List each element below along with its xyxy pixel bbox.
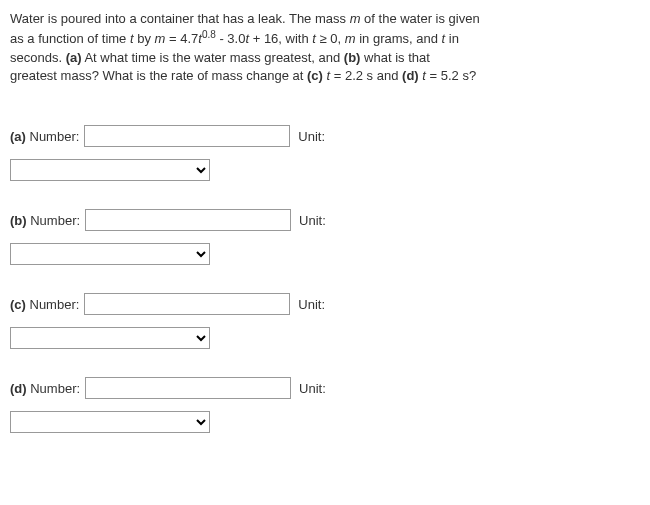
part-a-row: (a) Number: Unit:: [10, 125, 640, 147]
part-c-number-input[interactable]: [84, 293, 290, 315]
part-d-number-input[interactable]: [85, 377, 291, 399]
part-c-unit-select[interactable]: [10, 327, 210, 349]
part-a-unit-select[interactable]: [10, 159, 210, 181]
part-b-unit-select[interactable]: [10, 243, 210, 265]
part-b-unit-label: Unit:: [299, 213, 326, 228]
part-a-unit-label: Unit:: [298, 129, 325, 144]
part-c-unit-label: Unit:: [298, 297, 325, 312]
part-b-label: (b) Number:: [10, 213, 80, 228]
part-a-label: (a) Number:: [10, 129, 79, 144]
part-d-unit-label: Unit:: [299, 381, 326, 396]
part-d-unit-select[interactable]: [10, 411, 210, 433]
part-d-row: (d) Number: Unit:: [10, 377, 640, 399]
problem-statement: Water is poured into a container that ha…: [10, 10, 640, 85]
part-c-label: (c) Number:: [10, 297, 79, 312]
part-b-row: (b) Number: Unit:: [10, 209, 640, 231]
part-c-row: (c) Number: Unit:: [10, 293, 640, 315]
part-a-number-input[interactable]: [84, 125, 290, 147]
part-d-label: (d) Number:: [10, 381, 80, 396]
part-b-number-input[interactable]: [85, 209, 291, 231]
